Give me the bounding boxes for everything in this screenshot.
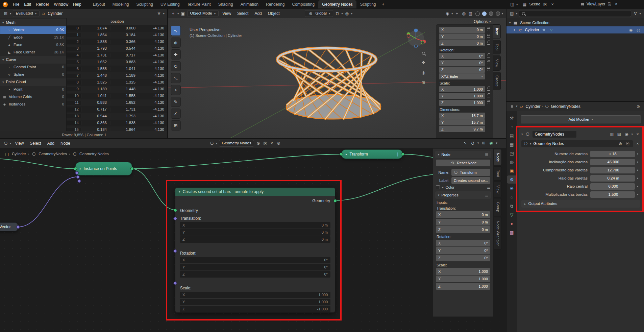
node-editor-icon[interactable]: ⎔ — [3, 140, 8, 146]
annotate-tool[interactable]: ✎ — [171, 97, 181, 107]
node-tree-selector[interactable]: Geometry Nodes — [219, 140, 254, 147]
camera-view-icon[interactable]: ◎ — [421, 70, 426, 76]
menu-add[interactable]: Add — [45, 140, 57, 146]
domain-item-edge[interactable]: ╱Edge19.1K — [0, 34, 66, 41]
filter-icon[interactable]: ∇ — [633, 10, 638, 17]
dimension-field[interactable]: Z9.7 m — [439, 126, 485, 132]
menu-view[interactable]: View — [13, 140, 26, 146]
rotation-value-field[interactable]: Y0° — [180, 264, 330, 270]
scale-field[interactable]: Y1.000 — [439, 93, 485, 99]
xray-icon[interactable]: ▥ — [468, 10, 473, 17]
workspace-tab[interactable]: Scripting — [356, 0, 380, 8]
location-field[interactable]: X0 m — [439, 27, 485, 33]
location-field[interactable]: Z0 m — [439, 40, 485, 46]
snap-icon[interactable]: Ω — [335, 10, 340, 17]
node-name-field[interactable]: ⎔Transform — [451, 169, 490, 176]
animate-dot-icon[interactable]: • — [635, 193, 640, 197]
chevron-down-icon[interactable]: ▾ — [501, 12, 503, 15]
menu-select[interactable]: Select — [235, 10, 251, 17]
rotation-field[interactable]: Z0° — [436, 255, 490, 261]
properties-section-header[interactable]: ▾Properties☰ — [435, 191, 491, 199]
translation-field[interactable]: X0 m — [436, 211, 490, 218]
measure-tool[interactable]: ∠ — [171, 109, 181, 119]
domain-group-point-cloud[interactable]: ▾Point Cloud — [0, 78, 66, 86]
animate-dot-icon[interactable]: • — [635, 168, 640, 172]
zoom-icon[interactable] — [422, 51, 425, 55]
move-tool[interactable]: ✚ — [171, 49, 181, 60]
lock-icon[interactable] — [487, 55, 490, 57]
viewlayer-name[interactable]: ViewLayer — [587, 2, 605, 6]
fake-user-icon[interactable]: ⊛ — [255, 140, 261, 146]
cursor-tool[interactable]: ⊕ — [171, 38, 181, 48]
pan-hand-icon[interactable]: ✥ — [421, 60, 426, 66]
edit-mode-toggle-icon[interactable]: ▥ — [609, 131, 614, 137]
workspace-tab[interactable]: Layout — [89, 0, 109, 8]
param-value-field[interactable]: 0.24 m — [590, 175, 635, 182]
sidebar-tab[interactable]: Create — [493, 72, 501, 90]
tab-scene[interactable]: ◳ — [507, 149, 516, 157]
mode-dropdown[interactable]: Object Mode▾ — [187, 10, 219, 17]
pin-icon[interactable]: ⊙ — [276, 140, 281, 146]
close-icon[interactable]: × — [269, 140, 274, 146]
pin-icon[interactable]: ⊙ — [636, 103, 641, 110]
outliner-row-scene-collection[interactable]: ▾ ▦ Scene Collection — [506, 19, 644, 26]
visibility-icon[interactable]: ◉ — [445, 10, 450, 17]
param-value-field[interactable]: 12.700 — [590, 167, 635, 173]
transform-tool[interactable]: ⌖ — [171, 85, 181, 95]
dimension-field[interactable]: X15.7 m — [439, 113, 485, 119]
lock-icon[interactable] — [487, 35, 490, 38]
lock-icon[interactable] — [487, 68, 490, 71]
menu-view[interactable]: View — [220, 10, 233, 17]
chevron-down-icon[interactable]: ▾ — [639, 12, 641, 15]
lock-icon[interactable] — [487, 101, 490, 104]
properties-editor-icon[interactable]: ≡ — [509, 103, 515, 110]
spreadsheet-editor-icon[interactable]: ⊞ — [3, 10, 8, 17]
domain-group-curve[interactable]: ▾Curve — [0, 56, 66, 64]
viewport-editor-icon[interactable]: ⌖ — [171, 10, 176, 17]
param-value-field[interactable]: ∷18 — [590, 151, 635, 157]
gizmo-toggle-icon[interactable]: ⌖ — [454, 10, 460, 17]
shading-wireframe-icon[interactable] — [475, 11, 480, 16]
snap-icon[interactable]: Ω — [470, 140, 475, 146]
add-modifier-button[interactable]: Add Modifier▾ — [521, 115, 641, 123]
sidebar-tab[interactable]: Group — [494, 198, 502, 216]
scale-field[interactable]: X1.000 — [439, 86, 485, 92]
menu-icon[interactable]: ☰ — [485, 193, 488, 197]
workspace-tab[interactable]: UV Editing — [157, 0, 183, 8]
workspace-tab[interactable]: Modeling — [109, 0, 133, 8]
menu-help[interactable]: Help — [71, 1, 84, 7]
tab-texture[interactable]: ▩ — [507, 228, 516, 236]
menu-add[interactable]: Add — [252, 10, 264, 17]
add-primitive-tool[interactable]: ⊞ — [171, 120, 181, 131]
preview-icon[interactable]: ◉ — [489, 140, 494, 146]
column-header-position[interactable]: position — [67, 18, 168, 25]
menu-object[interactable]: Object — [266, 10, 282, 17]
translation-value-field[interactable]: X0 m — [180, 222, 330, 229]
sidebar-tab[interactable]: Item — [493, 24, 501, 39]
scale-value-field[interactable]: X1.000 — [180, 292, 330, 298]
workspace-tab[interactable]: Geometry Nodes — [318, 0, 356, 8]
orientation-dropdown[interactable]: ⊕Global▾ — [305, 10, 333, 17]
workspace-tab[interactable]: Texture Paint — [183, 0, 215, 8]
tab-object[interactable]: ▣ — [507, 167, 516, 175]
dimension-field[interactable]: Y15.7 m — [439, 119, 485, 125]
domain-group-mesh[interactable]: ▾Mesh — [0, 19, 66, 26]
translation-value-field[interactable]: Z0 m — [180, 236, 330, 243]
rotation-value-field[interactable]: X0° — [180, 257, 330, 263]
editors-icon[interactable]: ◫ — [510, 1, 515, 7]
lock-icon[interactable] — [487, 28, 490, 31]
outliner-search-input[interactable] — [519, 10, 631, 17]
rotation-mode-dropdown[interactable]: XYZ Euler▾ — [439, 73, 485, 79]
vector-node[interactable]: Vector — [0, 222, 18, 231]
rotate-tool[interactable]: ↻ — [171, 61, 181, 71]
geometry-output-socket[interactable] — [333, 199, 337, 203]
scene-name[interactable]: Scene — [529, 2, 541, 6]
toggle-perspective-icon[interactable]: ⊞ — [421, 80, 426, 86]
node-header[interactable]: ▾ Creates second set of bars - unmute to… — [175, 188, 335, 196]
rotation-field[interactable]: X0° — [436, 240, 490, 246]
disable-render-icon[interactable]: ◎ — [636, 27, 641, 33]
modifier-name-field[interactable]: GeometryNodes — [532, 131, 576, 138]
sidebar-tab[interactable]: View — [493, 55, 501, 71]
domain-item-point[interactable]: •Point0 — [0, 86, 66, 93]
translation-field[interactable]: Z0 m — [436, 226, 490, 233]
